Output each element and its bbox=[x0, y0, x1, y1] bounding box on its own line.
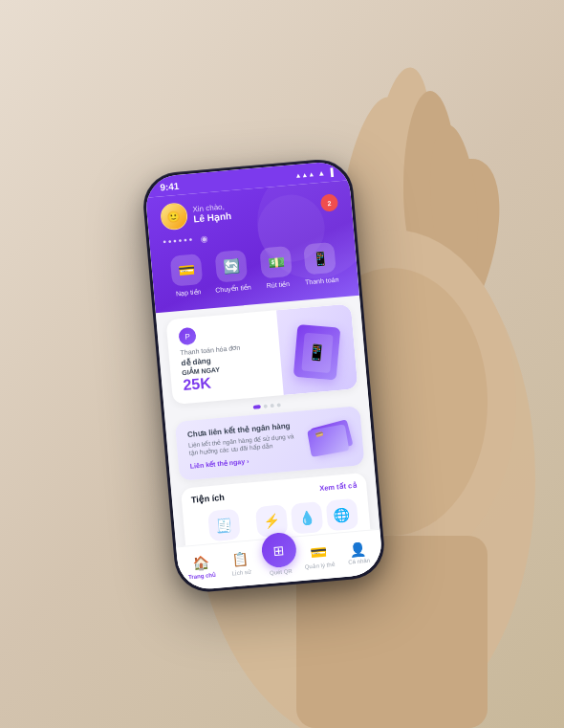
phone-outer: 9:41 ▲▲▲ ▲ ▐ 🙂 bbox=[141, 156, 387, 593]
status-time: 9:41 bbox=[160, 180, 180, 192]
dot-1 bbox=[252, 405, 260, 409]
signal-icon: ▲▲▲ bbox=[294, 170, 315, 179]
battery-icon: ▐ bbox=[328, 167, 334, 176]
bank-link-arrow: › bbox=[247, 457, 249, 464]
view-all-link[interactable]: Xem tất cả bbox=[319, 481, 358, 493]
status-icons: ▲▲▲ ▲ ▐ bbox=[294, 167, 334, 179]
action-nap-tien[interactable]: 💳 Nạp tiền bbox=[170, 253, 205, 298]
nav-card-label: Quản lý thẻ bbox=[304, 560, 336, 569]
header-section: 🙂 Xin chào, Lê Hạnh 2 •••••• ◉ bbox=[145, 180, 359, 313]
history-icon: 📋 bbox=[231, 550, 249, 566]
banner-bank[interactable]: Chưa liên kết thẻ ngân hàng Liên kết thẻ… bbox=[175, 406, 365, 481]
nav-profile-label: Cá nhân bbox=[348, 557, 370, 564]
payment-brand-icon: P bbox=[178, 326, 197, 345]
nav-home[interactable]: 🏠 Trang chủ bbox=[181, 552, 222, 579]
profile-icon: 👤 bbox=[349, 540, 366, 557]
card-icon: 💳 bbox=[310, 543, 327, 560]
card-illustration: 💳 bbox=[310, 419, 354, 454]
action-chuyen-tien[interactable]: 🔄 Chuyển tiền bbox=[212, 249, 251, 294]
nav-qr-label: Quét QR bbox=[270, 567, 293, 575]
thanh-toan-label: Thanh toán bbox=[305, 276, 339, 285]
rut-tien-label: Rút tiền bbox=[267, 279, 291, 289]
nav-home-label: Trang chủ bbox=[188, 570, 217, 580]
eye-icon[interactable]: ◉ bbox=[200, 232, 208, 243]
user-info: 🙂 Xin chào, Lê Hạnh bbox=[160, 198, 232, 231]
phone-screen: 9:41 ▲▲▲ ▲ ▐ 🙂 bbox=[143, 160, 383, 591]
nav-history-label: Lịch sử bbox=[231, 567, 251, 576]
utility-icon-0: 🧾 bbox=[207, 508, 241, 541]
utility-icon-2: 💧 bbox=[290, 500, 323, 534]
action-thanh-toan[interactable]: 📱 Thanh toán bbox=[302, 241, 339, 286]
bank-right: 💳 bbox=[302, 423, 352, 453]
wifi-icon: ▲ bbox=[317, 168, 326, 178]
nav-profile[interactable]: 👤 Cá nhân bbox=[337, 540, 379, 565]
nav-qr[interactable]: ⊞ Quét QR bbox=[259, 542, 301, 576]
banner-right: 📱 bbox=[293, 322, 345, 374]
dot-3 bbox=[270, 403, 273, 407]
user-row: 🙂 Xin chào, Lê Hạnh 2 bbox=[160, 188, 339, 231]
dot-4 bbox=[276, 403, 280, 407]
nap-tien-icon: 💳 bbox=[170, 253, 204, 286]
nav-history[interactable]: 📋 Lịch sử bbox=[220, 549, 261, 576]
home-icon: 🏠 bbox=[192, 553, 209, 569]
chuyen-tien-label: Chuyển tiền bbox=[215, 283, 251, 294]
dot-2 bbox=[263, 404, 267, 408]
rut-tien-icon: 💵 bbox=[260, 245, 293, 278]
thanh-toan-icon: 📱 bbox=[303, 241, 336, 275]
nav-card[interactable]: 💳 Quản lý thẻ bbox=[298, 542, 339, 569]
phone-illustration: 📱 bbox=[293, 323, 341, 380]
banner-left: P Thanh toán hóa đơn dễ dàng GIẢM NGAY 2… bbox=[178, 318, 298, 393]
avatar-image: 🙂 bbox=[161, 203, 187, 230]
utility-icon-1: ⚡ bbox=[255, 504, 289, 538]
bank-link-label: Liên kết thẻ ngay bbox=[190, 457, 246, 470]
section-title: Tiện ích bbox=[191, 492, 226, 504]
qr-icon: ⊞ bbox=[272, 541, 285, 558]
chuyen-tien-icon: 🔄 bbox=[215, 249, 249, 282]
utility-icon-3: 🌐 bbox=[325, 497, 358, 531]
avatar: 🙂 bbox=[160, 202, 188, 231]
bank-left: Chưa liên kết thẻ ngân hàng Liên kết thẻ… bbox=[187, 420, 305, 470]
action-rut-tien[interactable]: 💵 Rút tiền bbox=[260, 245, 294, 290]
nap-tien-label: Nạp tiền bbox=[176, 288, 202, 298]
banner-payment[interactable]: P Thanh toán hóa đơn dễ dàng GIẢM NGAY 2… bbox=[165, 303, 358, 405]
balance-mask: •••••• bbox=[163, 233, 195, 247]
notification-badge[interactable]: 2 bbox=[320, 193, 339, 212]
phone-device: 9:41 ▲▲▲ ▲ ▐ 🙂 bbox=[141, 156, 387, 593]
quick-actions: 💳 Nạp tiền 🔄 Chuyển tiền 💵 Rút tiền bbox=[164, 241, 345, 298]
user-text: Xin chào, Lê Hạnh bbox=[192, 202, 231, 224]
